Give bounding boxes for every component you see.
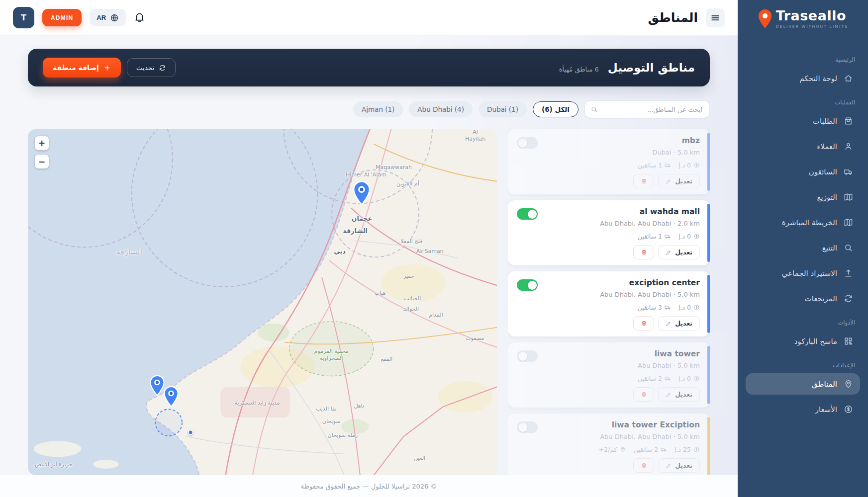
delete-zone-button[interactable] bbox=[633, 245, 654, 259]
sidebar-item-label: المناطق bbox=[812, 380, 837, 389]
zoom-in-button[interactable]: + bbox=[35, 136, 49, 150]
zone-drivers: 2 سائقين bbox=[638, 375, 671, 382]
refresh-button[interactable]: تحديث bbox=[127, 58, 176, 77]
add-zone-button[interactable]: إضافة منطقة bbox=[43, 58, 121, 78]
map-marker-icon[interactable] bbox=[352, 181, 371, 207]
toggle-knob bbox=[518, 423, 527, 432]
sidebar-item-zones[interactable]: المناطق bbox=[746, 373, 860, 395]
zone-enabled-toggle[interactable] bbox=[517, 137, 538, 149]
admin-badge[interactable]: ADMIN bbox=[42, 9, 82, 26]
zone-drivers: 1 سائقين bbox=[638, 233, 671, 240]
map-label: العين bbox=[414, 455, 425, 462]
edit-zone-button[interactable]: تعديل bbox=[658, 458, 700, 473]
city-filter-tabs: الكل (6)Dubai (1)Abu Dhabi (4)Ajman (1) bbox=[353, 101, 579, 117]
user-avatar[interactable]: T bbox=[13, 7, 34, 28]
sidebar-item-label: الخريطة المباشرة bbox=[782, 218, 837, 227]
menu-button[interactable] bbox=[706, 8, 725, 27]
delete-zone-button[interactable] bbox=[633, 387, 654, 402]
zone-card-mbz[interactable]: mbzDubai · 5.0 km0 د.إ1 سائقينتعديل bbox=[508, 129, 710, 194]
zone-price: 0 د.إ bbox=[678, 162, 700, 169]
zone-drivers-value: 2 سائقين bbox=[638, 375, 662, 382]
map-marker-icon[interactable] bbox=[163, 386, 179, 409]
tab-abu-dhabi[interactable]: Abu Dhabi (4) bbox=[409, 101, 473, 117]
map-label: الشارقة bbox=[116, 247, 142, 257]
zone-card-exciption-center[interactable]: exciption centerAbu Dhabi, Abu Dhabi · 5… bbox=[508, 271, 710, 336]
truck-icon bbox=[665, 304, 671, 311]
search-icon bbox=[590, 106, 598, 113]
sidebar-item-tracking[interactable]: التتبع bbox=[746, 237, 860, 258]
zone-location: Abu Dhabi · 5.0 km bbox=[518, 362, 700, 369]
zone-card-list: mbzDubai · 5.0 km0 د.إ1 سائقينتعديلal wa… bbox=[508, 129, 710, 475]
tab-ajman[interactable]: Ajman (1) bbox=[353, 101, 403, 117]
zone-name: liwa tower bbox=[518, 349, 700, 358]
zone-enabled-toggle[interactable] bbox=[517, 421, 538, 433]
delete-zone-button[interactable] bbox=[633, 174, 654, 188]
language-switcher[interactable]: AR bbox=[90, 9, 126, 26]
map-label: Al Hayilah bbox=[465, 129, 486, 143]
sidebar-section-label: الأدوات bbox=[751, 319, 855, 326]
zone-drivers-value: 1 سائقين bbox=[638, 162, 662, 169]
app-root: Traseallo DELIVER WITHOUT LIMITS الرئيسي… bbox=[0, 0, 868, 497]
edit-zone-button[interactable]: تعديل bbox=[658, 245, 700, 259]
sidebar-item-barcode-scanner[interactable]: ماسح الباركود bbox=[746, 331, 860, 352]
main-area: المناطق AR ADMIN T مناطق التوصيل 6 مناطق bbox=[0, 0, 738, 497]
truck-icon bbox=[661, 446, 667, 453]
search-icon bbox=[844, 243, 853, 252]
zoom-out-button[interactable]: − bbox=[35, 155, 49, 168]
zone-price: 0 د.إ bbox=[678, 233, 700, 240]
sidebar-item-label: الطلبات bbox=[813, 117, 837, 126]
edit-zone-button[interactable]: تعديل bbox=[658, 387, 700, 402]
zone-name: al wahda mall bbox=[518, 207, 700, 216]
sidebar-item-bulk-import[interactable]: الاستيراد الجماعي bbox=[746, 262, 860, 284]
map-label: As Saman bbox=[416, 248, 444, 255]
pencil-icon bbox=[666, 321, 672, 327]
zone-price-value: 0 د.إ bbox=[678, 304, 691, 311]
zone-enabled-toggle[interactable] bbox=[517, 208, 538, 220]
sidebar-item-label: المرتجعات bbox=[805, 294, 837, 303]
qr-icon bbox=[844, 336, 853, 346]
zone-price-value: 25 د.إ bbox=[675, 446, 691, 453]
sidebar-item-distribution[interactable]: التوزيع bbox=[746, 186, 860, 208]
sidebar-item-prices[interactable]: الأسعار bbox=[746, 399, 860, 420]
sidebar-item-returns[interactable]: المرتجعات bbox=[746, 288, 860, 309]
map-label: الشارقة bbox=[343, 228, 368, 236]
zone-enabled-toggle[interactable] bbox=[517, 350, 538, 362]
delete-zone-button[interactable] bbox=[633, 458, 654, 473]
zone-drivers-value: 2 سائقين bbox=[634, 446, 658, 453]
sidebar-section-label: الرئيسية bbox=[751, 56, 855, 63]
sidebar-item-orders[interactable]: الطلبات bbox=[746, 110, 860, 132]
zone-search bbox=[584, 100, 710, 118]
truck-icon bbox=[665, 375, 671, 382]
tab-dubai[interactable]: Dubai (1) bbox=[479, 101, 527, 117]
zones-map[interactable]: Al HayilahMaqawwarahHimer Al 'Alamأم الق… bbox=[28, 129, 497, 475]
map-label: الخوالد bbox=[403, 306, 419, 313]
sidebar-item-customers[interactable]: العملاء bbox=[746, 136, 860, 157]
footer: © 2026 تراسيلا للحلول — جميع الحقوق محفو… bbox=[0, 475, 738, 497]
pencil-icon bbox=[666, 463, 672, 469]
sidebar-item-live-map[interactable]: الخريطة المباشرة bbox=[746, 212, 860, 233]
map-label: فلج المعلا bbox=[400, 238, 422, 245]
tab-all[interactable]: الكل (6) bbox=[533, 101, 579, 117]
zone-actions: تعديل bbox=[518, 458, 700, 473]
zone-card-liwa-tower[interactable]: liwa towerAbu Dhabi · 5.0 km0 د.إ2 سائقي… bbox=[508, 342, 710, 408]
edit-zone-label: تعديل bbox=[675, 320, 692, 327]
edit-zone-button[interactable]: تعديل bbox=[658, 174, 700, 188]
edit-zone-button[interactable]: تعديل bbox=[658, 316, 700, 331]
zone-card-al-wahda-mall[interactable]: al wahda mallAbu Dhabi, Abu Dhabi · 2.0 … bbox=[508, 200, 710, 265]
zone-meta: 0 د.إ1 سائقين bbox=[518, 233, 700, 240]
search-input[interactable] bbox=[585, 101, 709, 118]
edit-zone-label: تعديل bbox=[675, 248, 692, 256]
map-label: هباب bbox=[375, 290, 386, 297]
globe-icon bbox=[110, 13, 119, 22]
zone-card-liwa-tower-exciption[interactable]: liwa tower ExciptionAbu Dhabi, Abu Dhabi… bbox=[508, 414, 710, 475]
map-label: ناهل bbox=[354, 403, 364, 410]
delete-zone-button[interactable] bbox=[633, 316, 654, 331]
map-label: Himer Al 'Alam bbox=[346, 171, 386, 178]
sidebar-item-drivers[interactable]: السائقون bbox=[746, 161, 860, 182]
coin-icon bbox=[693, 446, 700, 453]
orders-icon bbox=[844, 116, 853, 126]
zone-enabled-toggle[interactable] bbox=[517, 279, 538, 291]
sidebar-item-dashboard[interactable]: لوحة التحكم bbox=[746, 68, 860, 89]
notifications-button[interactable] bbox=[134, 11, 145, 24]
map-label: جزيرة أبو الأبيض bbox=[35, 461, 73, 468]
